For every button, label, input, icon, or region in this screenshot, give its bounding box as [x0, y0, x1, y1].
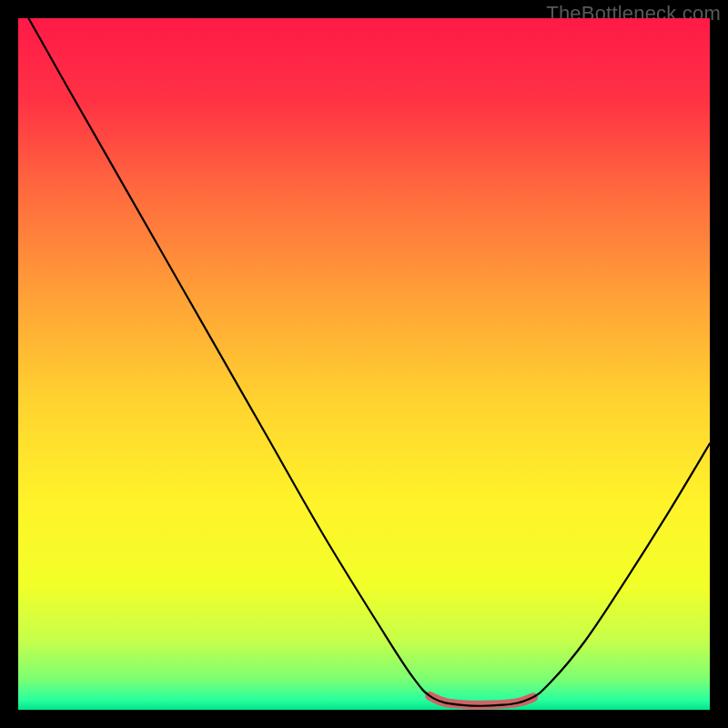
bottleneck-chart [18, 18, 710, 710]
chart-background [18, 18, 710, 710]
chart-plot-area [18, 18, 710, 710]
